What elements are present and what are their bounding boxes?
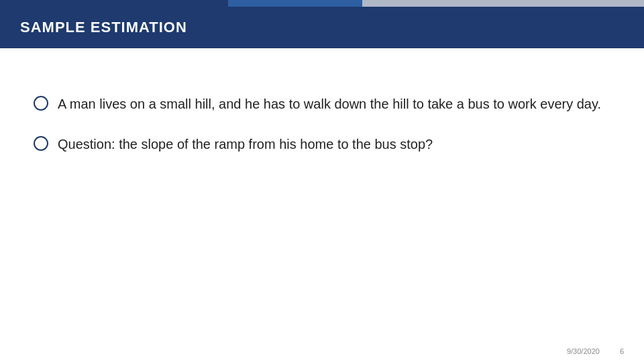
list-item: A man lives on a small hill, and he has … <box>34 94 610 114</box>
footer: 9/30/2020 6 <box>567 347 624 355</box>
top-bar-segment-1 <box>0 0 228 7</box>
top-bar <box>0 0 644 7</box>
slide: SAMPLE ESTIMATION A man lives on a small… <box>0 0 644 362</box>
bullet-list: A man lives on a small hill, and he has … <box>34 94 610 154</box>
bullet-text-2: Question: the slope of the ramp from his… <box>58 134 610 154</box>
footer-page: 6 <box>620 347 624 355</box>
top-bar-segment-3 <box>362 0 644 7</box>
bullet-text-1: A man lives on a small hill, and he has … <box>58 94 610 114</box>
slide-title: SAMPLE ESTIMATION <box>20 19 187 36</box>
list-item: Question: the slope of the ramp from his… <box>34 134 610 154</box>
footer-date: 9/30/2020 <box>567 347 600 355</box>
title-bar: SAMPLE ESTIMATION <box>0 7 644 48</box>
slide-content: A man lives on a small hill, and he has … <box>0 67 644 335</box>
bullet-icon-2 <box>34 136 48 151</box>
bullet-icon-1 <box>34 96 48 111</box>
top-bar-segment-2 <box>228 0 362 7</box>
